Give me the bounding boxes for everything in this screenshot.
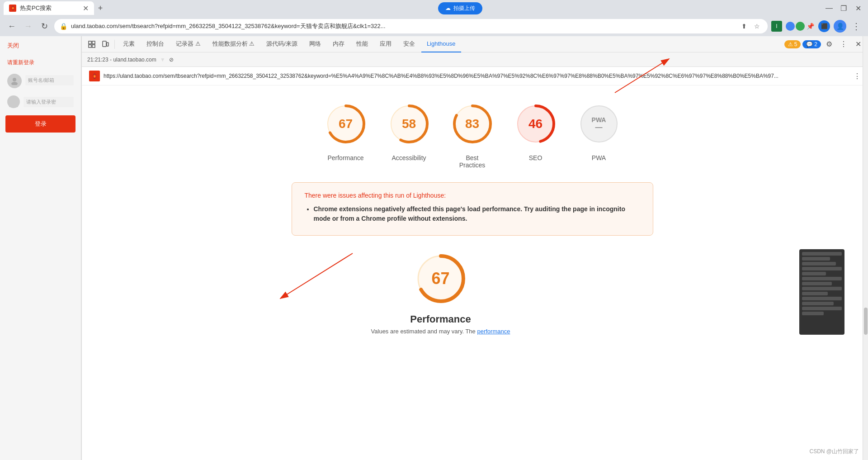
tab-elements[interactable]: 元素: [118, 36, 140, 52]
maximize-icon: ⬛: [821, 23, 828, 29]
score-label-seo: SEO: [529, 154, 542, 161]
tab-performance-insights[interactable]: 性能数据分析 ⚠: [207, 36, 260, 52]
thumb-line-7: [802, 282, 832, 285]
ext2-icon[interactable]: [796, 22, 805, 31]
thumb-line-9: [802, 292, 828, 295]
error-badge[interactable]: 💬 2: [802, 40, 821, 48]
performance-link[interactable]: performance: [477, 328, 510, 335]
new-tab-button[interactable]: +: [94, 2, 107, 14]
tab-security[interactable]: 安全: [398, 36, 420, 52]
thumb-line-11: [802, 302, 834, 305]
tab-network[interactable]: 网络: [304, 36, 326, 52]
tab-recorder[interactable]: 记录器 ⚠: [170, 36, 206, 52]
warning-title: There were issues affecting this run of …: [305, 192, 640, 199]
score-seo[interactable]: 46 SEO: [511, 99, 561, 169]
minimize-button[interactable]: —: [823, 2, 835, 14]
lighthouse-url-row: 🏮 https://uland.taobao.com/sem/tbsearch?…: [82, 67, 868, 85]
tab-lighthouse[interactable]: Lighthouse: [421, 36, 461, 52]
devtools-settings-button[interactable]: ⚙: [823, 38, 835, 51]
address-bar[interactable]: 🔒 uland.taobao.com/sem/tbsearch?refpid=m…: [54, 19, 768, 33]
secondary-divider: ▼: [160, 57, 165, 63]
bookmark-icon[interactable]: ☆: [751, 21, 762, 32]
svg-point-1: [11, 82, 18, 85]
cloud-icon: ☁: [445, 5, 451, 11]
tab-memory[interactable]: 内存: [327, 36, 350, 52]
security-lock-icon: 🔒: [60, 23, 67, 30]
title-bar: 🏮 热卖PC搜索 ✕ + ☁ 拍摄上传 — ❐ ✕: [0, 0, 868, 16]
performance-score-label: Performance: [410, 308, 471, 325]
score-best-practices[interactable]: 83 BestPractices: [448, 99, 497, 169]
cloud-upload-button[interactable]: ☁ 拍摄上传: [438, 2, 482, 14]
browser-scrollbar-thumb[interactable]: [864, 308, 868, 335]
password-input[interactable]: 请输入登录密: [24, 97, 74, 107]
browser-tab[interactable]: 🏮 热卖PC搜索 ✕: [4, 1, 94, 15]
login-prompt: 请重新登录: [0, 55, 81, 70]
scores-section: 67 Performance 58: [82, 90, 863, 182]
score-value-seo: 46: [528, 117, 542, 131]
performance-detail-section: 67 Performance Values are estimated and …: [82, 245, 863, 339]
score-value-performance: 67: [339, 117, 353, 131]
tab-close-button[interactable]: ✕: [83, 4, 89, 13]
tab-title: 热卖PC搜索: [20, 4, 79, 12]
sidebar-close-button[interactable]: 关闭: [0, 36, 81, 55]
share-icon[interactable]: ⬆: [739, 21, 750, 32]
close-window-button[interactable]: ✕: [852, 2, 864, 14]
devtools-more-button[interactable]: ⋮: [837, 38, 850, 51]
toolbar-divider: [114, 40, 115, 49]
tab-application[interactable]: 应用: [374, 36, 397, 52]
inspect-element-button[interactable]: [85, 38, 98, 51]
reload-button[interactable]: ↻: [38, 20, 51, 33]
svg-rect-8: [107, 43, 108, 46]
score-pwa[interactable]: PWA — PWA: [574, 99, 624, 169]
lock-svg: [7, 95, 20, 108]
extension-green-icon[interactable]: I: [771, 21, 782, 32]
devtools-secondary-bar: 21:21:23 - uland.taobao.com ▼ ⊘: [82, 52, 868, 67]
lock-icon: [7, 95, 20, 108]
browser-scrollbar[interactable]: [863, 36, 868, 460]
browser-menu-button[interactable]: ⋮: [850, 20, 863, 33]
user-avatar: [7, 74, 22, 88]
username-input[interactable]: 账号名/邮箱: [25, 75, 74, 85]
devtools-right-actions: ⚠ 5 💬 2 ⚙ ⋮ ✕: [784, 38, 864, 51]
score-circle-best-practices: 83: [448, 99, 497, 149]
score-circle-pwa: PWA —: [574, 99, 624, 149]
ext1-icon[interactable]: [786, 22, 795, 31]
warning-section: There were issues affecting this run of …: [82, 182, 863, 245]
warning-count: 5: [794, 41, 797, 47]
extension-icons: 📌: [786, 22, 815, 31]
stop-recording-button[interactable]: ⊘: [169, 57, 174, 63]
score-accessibility[interactable]: 58 Accessibility: [384, 99, 434, 169]
thumb-line-5: [802, 272, 826, 275]
maximize-page-button[interactable]: ⬛: [818, 20, 830, 32]
url-text: uland.taobao.com/sem/tbsearch?refpid=mm_…: [71, 22, 735, 30]
devtools-toolbar: 元素 控制台 记录器 ⚠ 性能数据分析 ⚠ 源代码/来源 网络: [82, 36, 868, 52]
svg-rect-6: [92, 45, 95, 47]
device-toggle-button[interactable]: [99, 38, 112, 51]
inspect-icon: [88, 41, 95, 48]
svg-rect-7: [103, 41, 106, 47]
thumb-line-4: [802, 267, 842, 270]
password-row: 请输入登录密: [0, 92, 81, 112]
score-performance[interactable]: 67 Performance: [321, 99, 371, 169]
user-section: 账号名/邮箱: [0, 70, 81, 92]
tab-performance[interactable]: 性能: [351, 36, 373, 52]
back-button[interactable]: ←: [5, 20, 18, 33]
thumbnail-content: [799, 249, 844, 318]
error-count: 2: [814, 41, 817, 47]
thumb-line-8: [802, 287, 842, 290]
ext-pin-icon[interactable]: 📌: [806, 22, 815, 31]
profile-button[interactable]: 👤: [834, 20, 846, 33]
device-icon: [102, 41, 109, 48]
lighthouse-url-more-button[interactable]: ⋮: [854, 72, 861, 81]
forward-button[interactable]: →: [22, 20, 34, 33]
lighthouse-content: 67 Performance 58: [82, 85, 868, 460]
warning-badge[interactable]: ⚠ 5: [784, 40, 801, 48]
watermark: CSDN @山竹回家了: [809, 448, 859, 455]
login-button[interactable]: 登录: [5, 115, 75, 133]
devtools-timestamp: 21:21:23 - uland.taobao.com: [87, 57, 156, 63]
error-icon: 💬: [806, 41, 813, 47]
svg-rect-5: [92, 41, 95, 44]
tab-console[interactable]: 控制台: [141, 36, 170, 52]
maximize-button[interactable]: ❐: [837, 2, 850, 14]
tab-sources[interactable]: 源代码/来源: [261, 36, 303, 52]
